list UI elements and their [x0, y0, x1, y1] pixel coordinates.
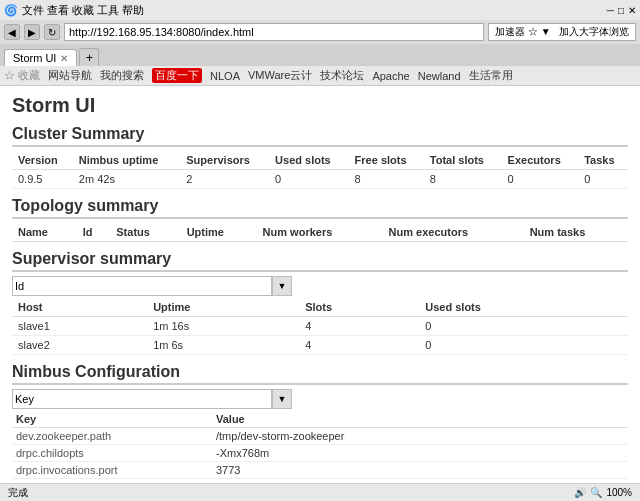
tab-bar: Storm UI ✕ +	[0, 44, 640, 66]
config-key: drpc.invocations.port	[12, 462, 212, 479]
supervisor-row: slave1 1m 16s 4 0	[12, 317, 628, 336]
topology-summary-table: Name Id Status Uptime Num workers Num ex…	[12, 223, 628, 242]
close-btn[interactable]: ✕	[628, 5, 636, 16]
topo-col-uptime: Uptime	[181, 223, 257, 242]
title-bar-left: 🌀 文件 查看 收藏 工具 帮助	[4, 3, 144, 18]
cell-total-slots: 8	[424, 170, 502, 189]
search-box[interactable]: 加速器 ☆ ▼ 加入大字体浏览	[488, 23, 636, 41]
window-controls[interactable]: ─ □ ✕	[607, 5, 636, 16]
nimbus-col-key: Key	[12, 411, 212, 428]
sup-cell-uptime: 1m 6s	[147, 336, 299, 355]
topology-header-row: Name Id Status Uptime Num workers Num ex…	[12, 223, 628, 242]
col-executors: Executors	[502, 151, 579, 170]
supervisor-summary-table: Host Uptime Slots Used slots slave1 1m 1…	[12, 298, 628, 355]
topo-col-id: Id	[77, 223, 111, 242]
supervisor-row: slave2 1m 6s 4 0	[12, 336, 628, 355]
nimbus-config-heading: Nimbus Configuration	[12, 363, 628, 385]
title-bar-text: 文件 查看 收藏 工具 帮助	[22, 3, 144, 18]
zoom-level: 🔊 🔍 100%	[574, 487, 632, 498]
config-value: /tmp/dev-storm-zookeeper	[212, 428, 628, 445]
zoom-value: 100%	[606, 487, 632, 498]
col-total-slots: Total slots	[424, 151, 502, 170]
topo-col-name: Name	[12, 223, 77, 242]
cell-tasks: 0	[578, 170, 628, 189]
bookmark-star: ☆ 收藏	[4, 68, 40, 83]
supervisor-dropdown-arrow[interactable]: ▼	[272, 276, 292, 296]
bookmark-baidu[interactable]: 百度一下	[152, 68, 202, 83]
cell-supervisors: 2	[180, 170, 269, 189]
config-key: dev.zookeeper.path	[12, 428, 212, 445]
cluster-data-row: 0.9.5 2m 42s 2 0 8 8 0 0	[12, 170, 628, 189]
maximize-btn[interactable]: □	[618, 5, 624, 16]
cell-free-slots: 8	[349, 170, 424, 189]
cell-used-slots: 0	[269, 170, 348, 189]
status-text: 完成	[8, 486, 28, 500]
cluster-summary-heading: Cluster Summary	[12, 125, 628, 147]
bookmark-tech[interactable]: 技术论坛	[320, 68, 364, 83]
sup-col-uptime: Uptime	[147, 298, 299, 317]
nimbus-config-row: drpc.childopts -Xmx768m	[12, 445, 628, 462]
cell-executors: 0	[502, 170, 579, 189]
sup-cell-uptime: 1m 16s	[147, 317, 299, 336]
topo-col-status: Status	[110, 223, 180, 242]
forward-button[interactable]: ▶	[24, 24, 40, 40]
bookmark-nav[interactable]: 网站导航	[48, 68, 92, 83]
nav-bar: ◀ ▶ ↻ 加速器 ☆ ▼ 加入大字体浏览	[0, 20, 640, 44]
topology-summary-heading: Topology summary	[12, 197, 628, 219]
sup-cell-slots: 4	[299, 317, 419, 336]
sup-col-used-slots: Used slots	[419, 298, 628, 317]
nimbus-col-value: Value	[212, 411, 628, 428]
bookmark-apache[interactable]: Apache	[372, 70, 409, 82]
nimbus-dropdown-arrow[interactable]: ▼	[272, 389, 292, 409]
address-bar[interactable]	[64, 23, 484, 41]
minimize-btn[interactable]: ─	[607, 5, 614, 16]
nimbus-key-input[interactable]	[12, 389, 272, 409]
back-button[interactable]: ◀	[4, 24, 20, 40]
nimbus-config-table: Key Value dev.zookeeper.path /tmp/dev-st…	[12, 411, 628, 483]
nimbus-key-select-row: ▼	[12, 389, 628, 409]
active-tab[interactable]: Storm UI ✕	[4, 49, 77, 66]
col-used-slots: Used slots	[269, 151, 348, 170]
config-value: -Xmx768m	[212, 445, 628, 462]
sup-cell-used-slots: 0	[419, 317, 628, 336]
sup-cell-used-slots: 0	[419, 336, 628, 355]
sup-col-slots: Slots	[299, 298, 419, 317]
page-title: Storm UI	[12, 94, 628, 117]
status-bar: 完成 🔊 🔍 100%	[0, 483, 640, 501]
speaker-icon: 🔊	[574, 487, 586, 498]
bookmark-nloa[interactable]: NLOA	[210, 70, 240, 82]
sup-cell-host: slave1	[12, 317, 147, 336]
supervisor-summary-heading: Supervisor summary	[12, 250, 628, 272]
col-version: Version	[12, 151, 73, 170]
sup-cell-host: slave2	[12, 336, 147, 355]
new-tab-button[interactable]: +	[79, 48, 99, 66]
cell-nimbus-uptime: 2m 42s	[73, 170, 180, 189]
sup-col-host: Host	[12, 298, 147, 317]
col-nimbus-uptime: Nimbus uptime	[73, 151, 180, 170]
browser-logo: 🌀	[4, 4, 18, 17]
bookmark-newland[interactable]: Newland	[418, 70, 461, 82]
bookmark-life[interactable]: 生活常用	[469, 68, 513, 83]
supervisor-select-row: ▼	[12, 276, 628, 296]
nimbus-header-row: Key Value	[12, 411, 628, 428]
cluster-summary-table: Version Nimbus uptime Supervisors Used s…	[12, 151, 628, 189]
nimbus-config-row: drpc.invocations.port 3773	[12, 462, 628, 479]
topo-col-executors: Num executors	[383, 223, 524, 242]
title-bar: 🌀 文件 查看 收藏 工具 帮助 ─ □ ✕	[0, 0, 640, 20]
col-supervisors: Supervisors	[180, 151, 269, 170]
tab-close-icon[interactable]: ✕	[60, 53, 68, 64]
cell-version: 0.9.5	[12, 170, 73, 189]
col-free-slots: Free slots	[349, 151, 424, 170]
nimbus-config-row: dev.zookeeper.path /tmp/dev-storm-zookee…	[12, 428, 628, 445]
topo-col-tasks: Num tasks	[524, 223, 628, 242]
sup-cell-slots: 4	[299, 336, 419, 355]
tab-label: Storm UI	[13, 52, 56, 64]
col-tasks: Tasks	[578, 151, 628, 170]
cluster-header-row: Version Nimbus uptime Supervisors Used s…	[12, 151, 628, 170]
bookmarks-bar: ☆ 收藏 网站导航 我的搜索 百度一下 NLOA VMWare云计 技术论坛 A…	[0, 66, 640, 86]
bookmark-vmware[interactable]: VMWare云计	[248, 68, 312, 83]
supervisor-header-row: Host Uptime Slots Used slots	[12, 298, 628, 317]
supervisor-id-input[interactable]	[12, 276, 272, 296]
bookmark-search[interactable]: 我的搜索	[100, 68, 144, 83]
refresh-button[interactable]: ↻	[44, 24, 60, 40]
